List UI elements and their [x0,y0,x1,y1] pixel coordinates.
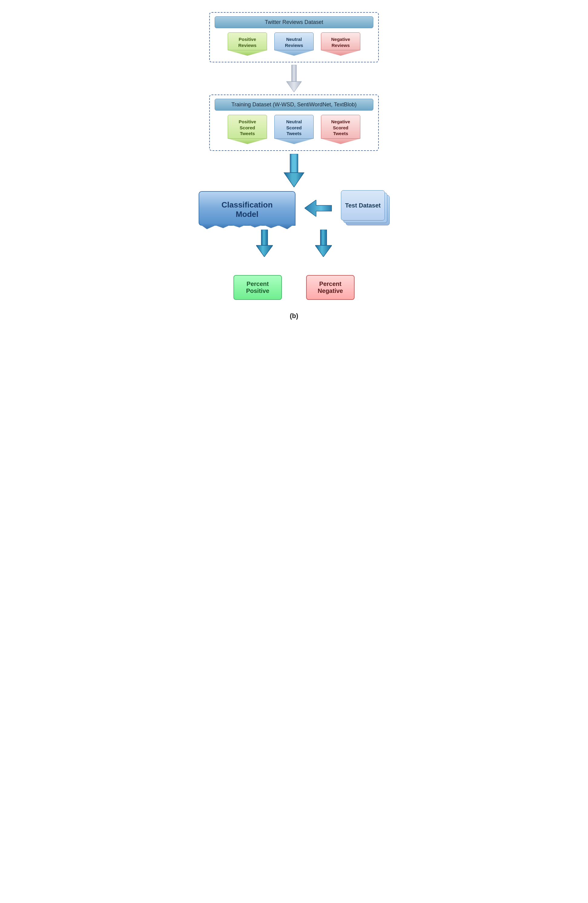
negative-scored-card: NegativeScoredTweets [321,115,360,144]
arrow-down-teal [283,154,305,187]
positive-reviews-card: PositiveReviews [228,32,267,56]
figure-caption: (b) [290,312,298,320]
arrow-down-split-left [256,230,273,257]
percent-positive-card: PercentPositive [233,275,282,300]
neutral-scored-label: NeutralScoredTweets [274,115,314,139]
positive-scored-card: PositiveScoredTweets [228,115,267,144]
negative-scored-notch [321,139,360,144]
svg-rect-7 [320,230,327,245]
neutral-reviews-card: NeutralReviews [274,32,314,56]
training-box-header: Training Dataset (W-WSD, SentiWordNet, T… [215,99,373,110]
percent-negative-card: PercentNegative [306,275,355,300]
neutral-reviews-notch [274,50,314,56]
svg-marker-3 [284,173,304,187]
negative-reviews-label: NegativeReviews [321,32,360,50]
neutral-scored-card: NeutralScoredTweets [274,115,314,144]
twitter-box-header: Twitter Reviews Dataset [215,16,373,28]
svg-rect-2 [290,154,298,173]
negative-scored-label: NegativeScoredTweets [321,115,360,139]
arrow-down-split-right [315,230,332,257]
training-cards-row: PositiveScoredTweets NeutralScoredTweets… [228,115,360,144]
svg-marker-8 [315,245,332,257]
neutral-scored-notch [274,139,314,144]
diagram-container: Twitter Reviews Dataset PositiveReviews … [191,12,397,320]
neutral-reviews-label: NeutralReviews [274,32,314,50]
positive-scored-label: PositiveScoredTweets [228,115,267,139]
training-dataset-box: Training Dataset (W-WSD, SentiWordNet, T… [209,94,379,151]
positive-scored-notch [228,139,267,144]
classification-row: ClassificationModel Test Dataset [199,190,389,227]
test-dataset-stack: Test Dataset [341,190,389,227]
split-arrows-row [256,230,332,257]
percent-positive-label: PercentPositive [246,280,269,294]
positive-reviews-label: PositiveReviews [228,32,267,50]
classification-model-box: ClassificationModel [199,191,296,226]
test-dataset-card-front: Test Dataset [341,190,385,220]
percent-negative-label: PercentNegative [318,280,343,294]
svg-rect-0 [292,65,296,82]
svg-marker-6 [256,245,273,257]
negative-reviews-notch [321,50,360,56]
svg-rect-5 [261,230,268,245]
twitter-cards-row: PositiveReviews NeutralReviews NegativeR… [228,32,360,56]
svg-marker-1 [286,82,302,92]
classification-model-label: ClassificationModel [221,200,272,219]
positive-reviews-notch [228,50,267,56]
test-dataset-label: Test Dataset [345,201,380,209]
percent-row: PercentPositive PercentNegative [233,275,355,300]
arrow-down-gray [286,65,302,92]
negative-reviews-card: NegativeReviews [321,32,360,56]
twitter-reviews-box: Twitter Reviews Dataset PositiveReviews … [209,12,379,62]
svg-marker-4 [305,200,332,217]
arrow-left-icon [305,200,332,217]
